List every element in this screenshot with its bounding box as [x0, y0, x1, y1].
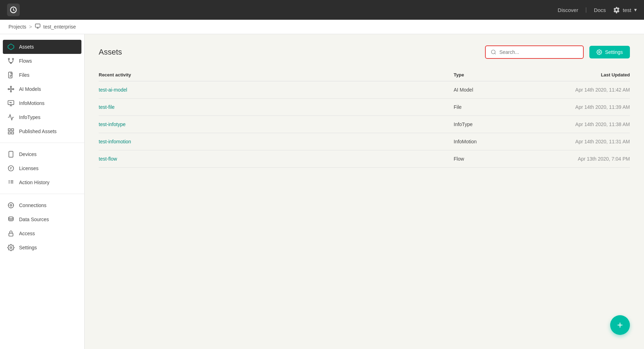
row-1-type: File: [454, 104, 524, 110]
svg-point-8: [10, 86, 11, 87]
breadcrumb-separator: >: [29, 24, 32, 30]
table-row: test-infomotion InfoMotion Apr 14th 2020…: [99, 133, 630, 150]
svg-rect-18: [12, 129, 14, 131]
svg-point-31: [8, 203, 14, 208]
sidebar-item-files[interactable]: Files: [0, 68, 84, 82]
top-navigation: Discover | Docs test ▾: [0, 0, 644, 20]
sidebar-item-assets[interactable]: Assets: [3, 40, 81, 54]
row-0-name[interactable]: test-ai-model: [99, 87, 454, 93]
settings-button[interactable]: Settings: [589, 46, 630, 58]
infotypes-icon: [7, 114, 15, 121]
sidebar-item-data-sources[interactable]: Data Sources: [0, 212, 84, 226]
sidebar-label-assets: Assets: [19, 44, 34, 50]
licenses-icon: [7, 165, 15, 172]
sidebar-label-ai-models: AI Models: [19, 86, 41, 92]
col-header-type: Type: [454, 72, 524, 77]
row-2-name[interactable]: test-infotype: [99, 121, 454, 127]
sidebar-item-infomotions[interactable]: InfoMotions: [0, 96, 84, 110]
sidebar-item-flows[interactable]: Flows: [0, 54, 84, 68]
sidebar-item-ai-models[interactable]: AI Models: [0, 82, 84, 96]
table-row: test-file File Apr 14th 2020, 11:39 AM: [99, 99, 630, 116]
fab-icon: +: [617, 319, 623, 331]
sidebar-item-action-history[interactable]: Action History: [0, 175, 84, 189]
add-fab-button[interactable]: +: [610, 315, 630, 335]
sidebar-label-data-sources: Data Sources: [19, 217, 49, 222]
ai-models-icon: [7, 86, 15, 93]
svg-point-35: [491, 50, 495, 54]
files-icon: [7, 71, 15, 79]
svg-point-30: [10, 205, 12, 206]
sidebar: Assets Flows Files: [0, 34, 85, 349]
row-1-name[interactable]: test-file: [99, 104, 454, 110]
discover-link[interactable]: Discover: [558, 7, 578, 13]
sidebar-item-licenses[interactable]: Licenses: [0, 161, 84, 175]
sidebar-label-flows: Flows: [19, 58, 32, 64]
logo-area: [7, 4, 20, 16]
svg-rect-20: [12, 132, 14, 134]
access-icon: [7, 230, 15, 237]
sidebar-item-settings[interactable]: Settings: [0, 241, 84, 255]
svg-point-10: [8, 88, 9, 89]
settings-btn-label: Settings: [605, 49, 623, 55]
svg-point-4: [12, 58, 13, 60]
connections-icon: [7, 202, 15, 209]
action-history-icon: [7, 179, 15, 186]
sidebar-label-settings: Settings: [19, 245, 37, 250]
main-layout: Assets Flows Files: [0, 34, 644, 349]
svg-marker-2: [8, 44, 14, 50]
row-2-type: InfoType: [454, 121, 524, 127]
sidebar-label-connections: Connections: [19, 202, 47, 208]
row-4-type: Flow: [454, 156, 524, 162]
user-name: test: [623, 7, 631, 13]
table-row: test-flow Flow Apr 13th 2020, 7:04 PM: [99, 150, 630, 168]
sidebar-item-devices[interactable]: Devices: [0, 147, 84, 161]
infomotions-icon: [7, 100, 15, 107]
sidebar-divider-2: [0, 194, 84, 194]
svg-rect-19: [8, 132, 11, 134]
breadcrumb-projects[interactable]: Projects: [8, 24, 26, 30]
sidebar-item-access[interactable]: Access: [0, 226, 84, 241]
flows-icon: [7, 57, 15, 64]
row-3-name[interactable]: test-infomotion: [99, 139, 454, 144]
search-input[interactable]: [499, 49, 578, 55]
col-header-name: Recent activity: [99, 72, 454, 77]
sidebar-label-action-history: Action History: [19, 180, 49, 185]
docs-link[interactable]: Docs: [594, 7, 606, 13]
sidebar-item-published-assets[interactable]: Published Assets: [0, 124, 84, 138]
row-0-type: AI Model: [454, 87, 524, 93]
search-box[interactable]: [485, 45, 584, 59]
dropdown-arrow: ▾: [634, 7, 637, 13]
settings-sidebar-icon: [7, 244, 15, 251]
page-title: Assets: [99, 48, 122, 57]
main-content: Assets Settings: [85, 34, 644, 349]
col-header-date: Last Updated: [524, 72, 630, 77]
sidebar-label-licenses: Licenses: [19, 166, 38, 171]
svg-line-36: [495, 53, 496, 54]
row-2-date: Apr 14th 2020, 11:38 AM: [524, 121, 630, 127]
row-4-date: Apr 13th 2020, 7:04 PM: [524, 156, 630, 162]
row-0-date: Apr 14th 2020, 11:42 AM: [524, 87, 630, 93]
project-icon: [35, 23, 41, 30]
breadcrumb: Projects > test_enterprise: [0, 20, 644, 34]
sidebar-item-infotypes[interactable]: InfoTypes: [0, 110, 84, 124]
sidebar-label-access: Access: [19, 231, 35, 236]
row-1-date: Apr 14th 2020, 11:39 AM: [524, 104, 630, 110]
app-logo[interactable]: [7, 4, 20, 16]
svg-rect-17: [8, 129, 11, 131]
user-menu[interactable]: test ▾: [613, 6, 637, 13]
sidebar-label-published-assets: Published Assets: [19, 129, 57, 134]
row-3-type: InfoMotion: [454, 139, 524, 144]
sidebar-item-connections[interactable]: Connections: [0, 198, 84, 212]
svg-point-23: [8, 166, 14, 171]
row-3-date: Apr 14th 2020, 11:31 AM: [524, 139, 630, 144]
sidebar-divider-1: [0, 143, 84, 143]
user-settings-icon: [613, 6, 620, 13]
svg-point-7: [10, 88, 12, 90]
svg-point-3: [8, 58, 10, 60]
data-sources-icon: [7, 216, 15, 223]
table-row: test-infotype InfoType Apr 14th 2020, 11…: [99, 116, 630, 133]
page-header: Assets Settings: [99, 45, 630, 59]
svg-point-9: [10, 91, 11, 92]
row-4-name[interactable]: test-flow: [99, 156, 454, 162]
svg-point-34: [10, 247, 12, 249]
